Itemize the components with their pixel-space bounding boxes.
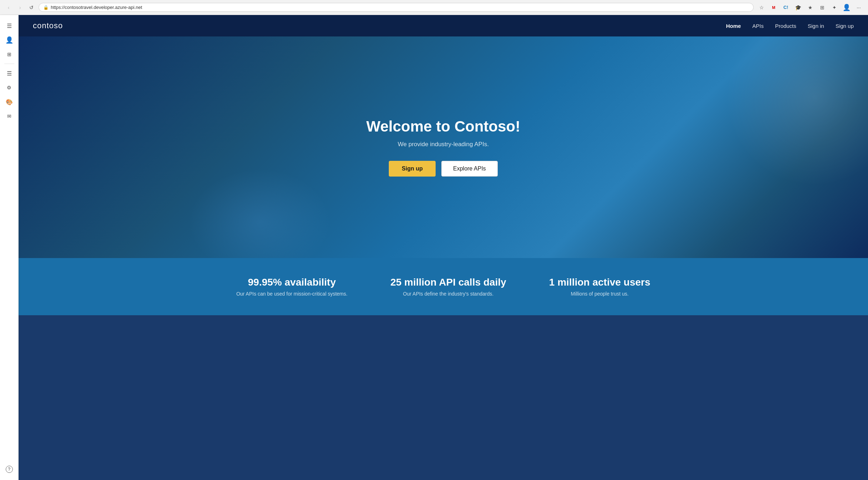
nav-signup[interactable]: Sign up — [835, 23, 854, 29]
url-bar[interactable]: 🔒 https://contosotravel.developer.azure-… — [39, 3, 754, 12]
stat-api-calls-number: 25 million API calls daily — [390, 277, 506, 288]
explore-apis-button[interactable]: Explore APIs — [441, 161, 498, 177]
hamburger-icon: ☰ — [7, 23, 12, 29]
sidebar-list-button[interactable]: ☰ — [3, 67, 16, 80]
profile-icon: 👤 — [5, 36, 13, 44]
browser-chrome: ‹ › ↺ 🔒 https://contosotravel.developer.… — [0, 0, 868, 15]
stat-users-desc: Millions of people trust us. — [549, 291, 650, 297]
browser-toolbar-right: ☆ M C! 🎓 ★ ⊞ ✦ 👤 ··· — [757, 3, 864, 13]
forward-button[interactable]: › — [16, 3, 24, 12]
lock-icon: 🔒 — [43, 5, 49, 10]
stats-section: 99.95% availability Our APIs can be used… — [19, 258, 868, 315]
sidebar-menu-button[interactable]: ☰ — [3, 19, 16, 32]
nav-apis[interactable]: APIs — [752, 23, 764, 29]
stat-api-calls: 25 million API calls daily Our APIs defi… — [390, 277, 506, 297]
website-content: contoso Home APIs Products Sign in Sign … — [19, 15, 868, 315]
extension-c-button[interactable]: C! — [781, 3, 791, 13]
site-header: contoso Home APIs Products Sign in Sign … — [19, 15, 868, 36]
back-button[interactable]: ‹ — [4, 3, 13, 12]
sidebar-profile-button[interactable]: 👤 — [3, 34, 16, 46]
stat-availability-number: 99.95% availability — [236, 277, 347, 288]
refresh-button[interactable]: ↺ — [27, 3, 36, 12]
stat-users: 1 million active users Millions of peopl… — [549, 277, 650, 297]
sidebar-paint-button[interactable]: 🎨 — [3, 95, 16, 108]
apps-icon: ⊞ — [7, 51, 11, 57]
nav-products[interactable]: Products — [775, 23, 796, 29]
sidebar-settings-button[interactable]: ⚙ — [3, 81, 16, 94]
browser-sidebar: ☰ 👤 ⊞ ☰ ⚙ 🎨 ✉ ? — [0, 15, 19, 315]
menu-button[interactable]: ··· — [854, 3, 864, 13]
nav-signin[interactable]: Sign in — [808, 23, 824, 29]
paint-icon: 🎨 — [6, 99, 13, 105]
hero-section: Welcome to Contoso! We provide industry-… — [19, 36, 868, 258]
favorites-button[interactable]: ★ — [805, 3, 815, 13]
stat-availability-desc: Our APIs can be used for mission-critica… — [236, 291, 347, 297]
hero-subtitle: We provide industry-leading APIs. — [398, 141, 489, 148]
extension-readinglist-button[interactable]: 🎓 — [793, 3, 803, 13]
stat-availability: 99.95% availability Our APIs can be used… — [236, 277, 347, 297]
url-text: https://contosotravel.developer.azure-ap… — [51, 5, 142, 10]
site-logo: contoso — [33, 21, 63, 30]
nav-home[interactable]: Home — [726, 23, 741, 29]
sidebar-divider-1 — [4, 64, 14, 64]
stat-users-number: 1 million active users — [549, 277, 650, 288]
bing-button[interactable]: ✦ — [829, 3, 839, 13]
list-icon: ☰ — [7, 70, 12, 77]
send-icon: ✉ — [7, 113, 11, 119]
signup-button[interactable]: Sign up — [389, 161, 436, 177]
sidebar-apps-button[interactable]: ⊞ — [3, 48, 16, 61]
sidebar-send-button[interactable]: ✉ — [3, 110, 16, 123]
profile-button[interactable]: 👤 — [842, 3, 852, 13]
collections-button[interactable]: ⊞ — [817, 3, 827, 13]
stat-api-calls-desc: Our APIs define the industry's standards… — [390, 291, 506, 297]
extension-m365-button[interactable]: M — [769, 3, 779, 13]
bookmark-star-button[interactable]: ☆ — [757, 3, 767, 13]
hero-title: Welcome to Contoso! — [366, 118, 520, 135]
hero-buttons: Sign up Explore APIs — [389, 161, 497, 177]
site-nav: Home APIs Products Sign in Sign up — [726, 23, 854, 29]
settings-icon: ⚙ — [7, 85, 11, 90]
